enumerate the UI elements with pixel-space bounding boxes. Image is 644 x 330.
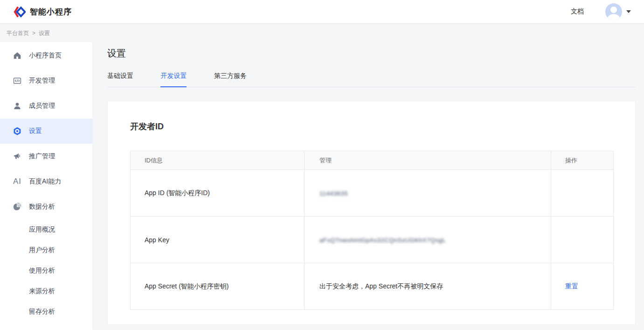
sidebar-item-settings[interactable]: 设置 bbox=[0, 119, 92, 144]
table-row-app-id: App ID (智能小程序ID) 11443635 bbox=[131, 170, 614, 217]
table-header-row: ID信息 管理 操作 bbox=[131, 151, 614, 170]
sidebar-item-label: 设置 bbox=[29, 127, 42, 135]
sidebar-item-ai[interactable]: AI 百度AI能力 bbox=[0, 169, 92, 194]
analytics-icon bbox=[13, 202, 22, 211]
breadcrumb-separator: > bbox=[32, 30, 35, 36]
brand-logo-icon bbox=[13, 6, 26, 18]
row-label: App ID (智能小程序ID) bbox=[131, 170, 305, 217]
app-key-value-obscured: aFsQ7nwshmtGpAs32CQnSxUGKhX7QsgL bbox=[319, 237, 446, 244]
sidebar-item-label: 小程序首页 bbox=[29, 51, 62, 60]
row-action-empty bbox=[551, 170, 614, 217]
sidebar-item-label: 成员管理 bbox=[29, 102, 55, 110]
sidebar-subitem-app-overview[interactable]: 应用概况 bbox=[0, 219, 92, 240]
sidebar-subitem-user-analysis[interactable]: 用户分析 bbox=[0, 240, 92, 260]
chevron-down-icon[interactable] bbox=[626, 10, 631, 13]
sidebar-item-analytics[interactable]: 数据分析 bbox=[0, 194, 92, 219]
table-row-app-key: App Key aFsQ7nwshmtGpAs32CQnSxUGKhX7QsgL bbox=[131, 217, 614, 263]
sidebar-item-dev-management[interactable]: 开发管理 bbox=[0, 68, 92, 93]
sidebar-item-home[interactable]: 小程序首页 bbox=[0, 43, 92, 68]
main-content: 设置 基础设置 开发设置 第三方服务 开发者ID ID信息 管理 操作 App … bbox=[107, 42, 636, 325]
tab-dev-settings[interactable]: 开发设置 bbox=[160, 72, 187, 87]
developer-id-table: ID信息 管理 操作 App ID (智能小程序ID) 11443635 App… bbox=[130, 151, 614, 310]
tab-third-party[interactable]: 第三方服务 bbox=[214, 72, 247, 86]
sidebar-item-promotion[interactable]: 推广管理 bbox=[0, 144, 92, 169]
column-header-id-info: ID信息 bbox=[131, 151, 305, 170]
home-icon bbox=[13, 51, 22, 60]
sidebar-item-label: 推广管理 bbox=[29, 152, 55, 161]
column-header-actions: 操作 bbox=[551, 151, 614, 170]
tab-basic-settings[interactable]: 基础设置 bbox=[107, 72, 133, 86]
member-icon bbox=[13, 101, 22, 111]
table-row-app-secret: App Secret (智能小程序密钥) 出于安全考虑，App Secret不再… bbox=[131, 263, 614, 310]
sidebar-subitem-source-analysis[interactable]: 来源分析 bbox=[0, 281, 92, 302]
row-label: App Secret (智能小程序密钥) bbox=[131, 263, 305, 310]
card-heading: 开发者ID bbox=[130, 121, 613, 132]
reset-button[interactable]: 重置 bbox=[565, 282, 578, 290]
column-header-manage: 管理 bbox=[305, 151, 551, 170]
settings-icon bbox=[13, 126, 22, 136]
promotion-icon bbox=[13, 152, 22, 161]
app-id-value-obscured: 11443635 bbox=[319, 190, 348, 197]
sidebar-subitem-usage-analysis[interactable]: 使用分析 bbox=[0, 260, 92, 281]
breadcrumb: 平台首页 > 设置 bbox=[0, 24, 644, 42]
sidebar-subitem-retention-analysis[interactable]: 留存分析 bbox=[0, 302, 92, 322]
page-title: 设置 bbox=[107, 48, 636, 59]
sidebar-item-label: 开发管理 bbox=[29, 77, 55, 85]
app-secret-note: 出于安全考虑，App Secret不再被明文保存 bbox=[305, 263, 551, 310]
ai-icon: AI bbox=[13, 177, 22, 186]
developer-id-card: 开发者ID ID信息 管理 操作 App ID (智能小程序ID) 114436… bbox=[107, 101, 636, 325]
avatar[interactable] bbox=[605, 3, 622, 20]
tab-bar: 基础设置 开发设置 第三方服务 bbox=[107, 71, 636, 87]
breadcrumb-current: 设置 bbox=[39, 29, 50, 37]
row-action-empty bbox=[551, 217, 614, 263]
topbar: 智能小程序 文档 bbox=[0, 0, 644, 24]
brand-title: 智能小程序 bbox=[30, 7, 72, 17]
doc-link[interactable]: 文档 bbox=[571, 7, 584, 16]
code-icon bbox=[13, 76, 22, 85]
sidebar-item-members[interactable]: 成员管理 bbox=[0, 93, 92, 119]
brand[interactable]: 智能小程序 bbox=[13, 6, 72, 18]
avatar-person-icon bbox=[610, 7, 617, 13]
sidebar-item-label: 数据分析 bbox=[29, 203, 55, 211]
row-label: App Key bbox=[131, 217, 305, 263]
sidebar-item-label: 百度AI能力 bbox=[29, 177, 61, 186]
breadcrumb-home[interactable]: 平台首页 bbox=[7, 29, 29, 37]
sidebar: 小程序首页 开发管理 成员管理 设置 bbox=[0, 42, 92, 330]
